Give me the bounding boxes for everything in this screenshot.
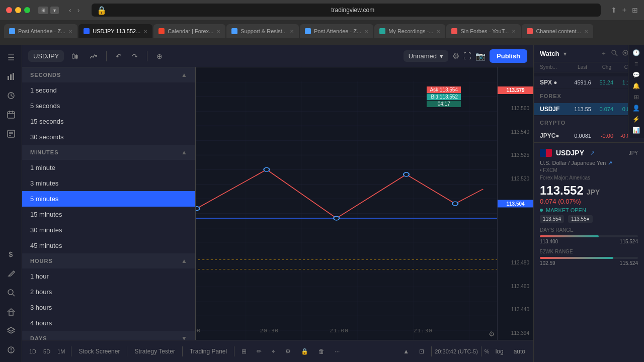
watchlist-search-btn[interactable] (611, 49, 618, 58)
timeframe-1s[interactable]: 1 second (22, 82, 195, 98)
tf-5d-btn[interactable]: 5D (40, 347, 53, 356)
layout-btn[interactable]: ⊞ (237, 346, 251, 357)
indicators-btn[interactable]: ⌖ (268, 346, 279, 357)
chart-settings-btn[interactable]: ⚙ (489, 330, 495, 338)
share-button[interactable]: ⬆ (611, 6, 617, 14)
maximize-window-button[interactable] (24, 7, 30, 13)
tab-close-5[interactable]: ✕ (364, 29, 368, 34)
auto-btn[interactable]: auto (510, 346, 529, 357)
tab-calendar[interactable]: Calendar | Forex... ✕ (153, 24, 225, 38)
hours-header[interactable]: HOURS ▲ (22, 253, 195, 268)
redo-btn[interactable]: ↷ (129, 50, 141, 62)
minutes-header[interactable]: MINUTES ▲ (22, 145, 195, 160)
tf-1d-btn[interactable]: 1D (26, 347, 39, 356)
timeframe-15s[interactable]: 15 seconds (22, 114, 195, 129)
tab-channel[interactable]: Channel content... ✕ (522, 24, 593, 38)
timeframe-5s[interactable]: 5 seconds (22, 98, 195, 114)
timeframe-45m[interactable]: 45 minutes (22, 238, 195, 253)
sidebar-layers-icon[interactable] (3, 323, 19, 339)
symbol-external-link[interactable]: ↗ (590, 150, 595, 156)
add-watchlist-btn[interactable]: ＋ (601, 49, 607, 58)
log-btn[interactable]: log (492, 346, 508, 357)
fullscreen-btn[interactable]: ⛶ (463, 52, 471, 61)
sidebar-draw-icon[interactable] (3, 265, 19, 282)
right-clock-icon[interactable]: 🕐 (632, 49, 640, 56)
lock-btn[interactable]: 🔒 (297, 346, 312, 357)
timeframe-1h[interactable]: 1 hour (22, 268, 195, 284)
minimize-panel-btn[interactable]: ▲ (399, 346, 413, 357)
trash-btn[interactable]: 🗑 (314, 346, 329, 357)
right-list-icon[interactable]: ≡ (634, 60, 638, 67)
timeframe-3h[interactable]: 3 hours (22, 300, 195, 315)
crosshair-btn[interactable]: ⊕ (153, 50, 166, 62)
forward-button[interactable]: › (75, 5, 82, 15)
compare-btn[interactable] (86, 50, 100, 62)
timeframe-3m[interactable]: 3 minutes (22, 175, 195, 191)
timeframe-30m[interactable]: 30 minutes (22, 222, 195, 238)
tab-support[interactable]: Support & Resist... ✕ (226, 24, 299, 38)
watch-tab[interactable]: Watch (540, 50, 559, 57)
days-header[interactable]: DAYS ▼ (22, 331, 195, 340)
settings-btn[interactable]: ⚙ (452, 51, 459, 61)
seconds-header[interactable]: SECONDS ▲ (22, 67, 195, 82)
screenshot-btn[interactable]: 📷 (475, 51, 486, 61)
symbol-selector[interactable]: USDJPY (28, 50, 64, 62)
right-lightning-icon[interactable]: ⚡ (632, 116, 640, 123)
stock-screener-btn[interactable]: Stock Screener (74, 346, 124, 357)
right-person-icon[interactable]: 👤 (632, 105, 640, 112)
sidebar-search-icon[interactable] (3, 285, 19, 301)
minimize-window-button[interactable] (15, 7, 21, 13)
publish-button[interactable]: Publish (490, 49, 527, 63)
timeframe-5m[interactable]: 5 minutes (22, 191, 195, 207)
timeframe-4h[interactable]: 4 hours (22, 315, 195, 331)
new-tab-button[interactable]: ＋ (621, 6, 628, 15)
tab-close-6[interactable]: ✕ (436, 29, 440, 34)
extensions-button[interactable]: ⊞ (632, 6, 638, 14)
right-bell-icon[interactable]: 🔔 (632, 82, 640, 89)
tab-post-attendee-2[interactable]: Post Attendee - Z... ✕ (300, 24, 373, 38)
sidebar-dollar-icon[interactable]: $ (3, 246, 19, 262)
layout-dropdown[interactable]: Unnamed ▾ (404, 50, 448, 62)
timeframe-1m[interactable]: 1 minute (22, 160, 195, 175)
timeframe-2h[interactable]: 2 hours (22, 284, 195, 300)
timeframe-15m[interactable]: 15 minutes (22, 207, 195, 222)
right-performance-icon[interactable]: 📊 (632, 127, 640, 134)
sidebar-calendar-icon[interactable] (3, 107, 19, 123)
tab-my-recordings[interactable]: My Recordings -... ✕ (374, 24, 445, 38)
symbol-desc-link[interactable]: ↗ (608, 160, 612, 166)
address-bar[interactable]: 🔒 tradingview.com (92, 4, 601, 17)
settings-gear-btn[interactable]: ⚙ (281, 346, 295, 357)
sidebar-news-icon[interactable] (3, 126, 19, 142)
trading-panel-btn[interactable]: Trading Panel (186, 346, 231, 357)
sidebar-watchlist-icon[interactable] (3, 87, 19, 104)
back-button[interactable]: ‹ (67, 5, 73, 15)
sidebar-home-icon[interactable] (3, 304, 19, 320)
lock-icon: 🔒 (97, 6, 107, 15)
market-status-text: MARKET OPEN (546, 207, 586, 213)
sidebar-chart-icon[interactable] (3, 68, 19, 84)
tab-close-1[interactable]: ✕ (68, 29, 72, 34)
tab-close-7[interactable]: ✕ (512, 29, 516, 34)
more-btn[interactable]: ··· (331, 346, 344, 357)
window-list-button[interactable]: ▾ (50, 7, 59, 14)
tf-1m-btn[interactable]: 1M (54, 347, 68, 356)
maximize-panel-btn[interactable]: ⊡ (415, 346, 428, 357)
tab-close-8[interactable]: ✕ (584, 29, 588, 34)
tab-usdjpy[interactable]: USDJPY 113.552... ✕ (78, 24, 152, 38)
tab-close-3[interactable]: ✕ (216, 29, 220, 34)
draw-tools-btn[interactable]: ✏ (253, 346, 266, 357)
chart-type-candle-btn[interactable] (68, 50, 82, 62)
sidebar-menu-button[interactable]: ☰ (3, 49, 19, 65)
tab-close-2[interactable]: ✕ (143, 29, 147, 34)
right-grid-icon[interactable]: ⊞ (634, 94, 639, 101)
tab-view-button[interactable]: ⊞ (38, 7, 48, 14)
timeframe-30s[interactable]: 30 seconds (22, 129, 195, 145)
tab-close-4[interactable]: ✕ (290, 29, 294, 34)
strategy-tester-btn[interactable]: Strategy Tester (130, 346, 179, 357)
tab-post-attendee-1[interactable]: Post Attendee - Z... ✕ (4, 24, 77, 38)
tab-sin-forbes[interactable]: Sin Forbes - YouT... ✕ (446, 24, 521, 38)
sidebar-alert-icon[interactable] (3, 342, 19, 358)
right-chat-icon[interactable]: 💬 (632, 71, 640, 78)
undo-btn[interactable]: ↶ (113, 50, 125, 62)
close-window-button[interactable] (6, 7, 12, 13)
